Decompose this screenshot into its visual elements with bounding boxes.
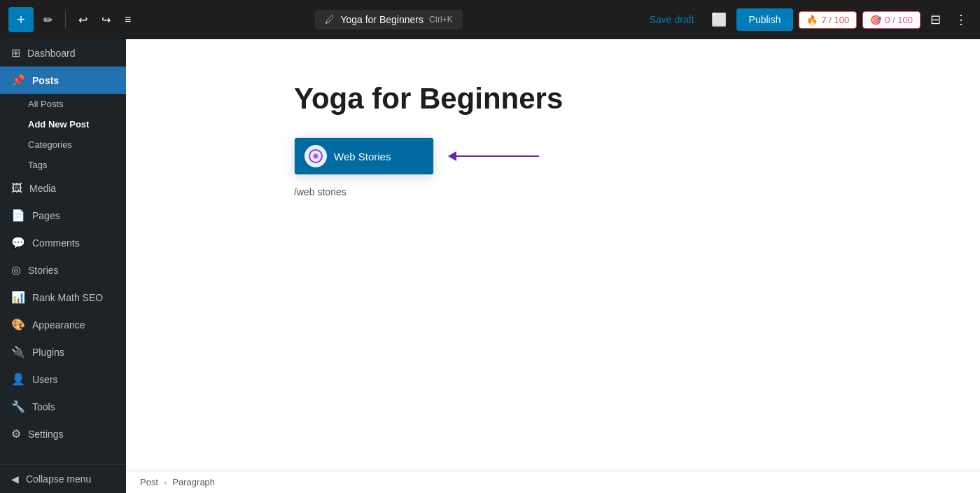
tags-label: Tags xyxy=(28,160,47,170)
post-title-pill[interactable]: 🖊 Yoga for Beginners Ctrl+K xyxy=(315,10,462,29)
sidebar-label-appearance: Appearance xyxy=(32,319,85,331)
sidebar-label-media: Media xyxy=(29,183,56,194)
plus-icon: + xyxy=(17,12,25,28)
add-block-button[interactable]: + xyxy=(8,7,34,32)
pages-icon: 📄 xyxy=(11,209,25,222)
slash-command-row: Web Stories xyxy=(294,137,812,175)
dashboard-icon: ⊞ xyxy=(11,46,20,60)
keyboard-shortcut: Ctrl+K xyxy=(429,15,453,25)
redo-button[interactable]: ↪ xyxy=(97,9,115,31)
users-icon: 👤 xyxy=(11,373,25,386)
appearance-icon: 🎨 xyxy=(11,318,25,331)
svg-point-2 xyxy=(315,155,317,158)
stories-icon: ◎ xyxy=(11,263,21,277)
publish-button[interactable]: Publish xyxy=(736,8,794,31)
categories-label: Categories xyxy=(28,139,72,150)
breadcrumb-separator: › xyxy=(164,477,167,487)
sidebar-item-rank-math[interactable]: 📊 Rank Math SEO xyxy=(0,284,126,311)
arrow-line xyxy=(455,155,539,157)
web-stories-icon xyxy=(304,145,327,167)
slash-command-dropdown[interactable]: Web Stories xyxy=(294,137,434,175)
post-title-text: Yoga for Beginners xyxy=(340,14,424,25)
sidebar-label-tools: Tools xyxy=(32,401,55,412)
rank-math-icon: 📊 xyxy=(11,291,25,304)
web-stories-label: Web Stories xyxy=(334,151,391,162)
undo-icon: ↩ xyxy=(78,13,88,27)
tools-button[interactable]: ✏ xyxy=(39,9,57,31)
editor-area: Yoga for Beginners xyxy=(126,39,980,493)
sidebar-item-settings[interactable]: ⚙ Settings xyxy=(0,420,126,447)
preview-button[interactable]: ⬜ xyxy=(707,8,731,32)
sidebar-label-plugins: Plugins xyxy=(32,347,64,358)
seo-score-badge-1[interactable]: 🔥 7 / 100 xyxy=(799,11,857,29)
seo-score-badge-2[interactable]: 🎯 0 / 100 xyxy=(862,11,920,29)
list-view-button[interactable]: ≡ xyxy=(120,9,135,30)
breadcrumb-post[interactable]: Post xyxy=(140,477,158,487)
comments-icon: 💬 xyxy=(11,236,25,249)
flame-icon: 🔥 xyxy=(806,15,818,25)
tools-wrench-icon: 🔧 xyxy=(11,400,25,413)
post-title-heading[interactable]: Yoga for Beginners xyxy=(294,81,812,116)
sidebar-sub-tags[interactable]: Tags xyxy=(0,155,126,175)
sidebar-item-plugins[interactable]: 🔌 Plugins xyxy=(0,338,126,366)
sidebar-item-appearance[interactable]: 🎨 Appearance xyxy=(0,311,126,338)
block-hint: /web stories xyxy=(294,186,812,197)
sidebar: ⊞ Dashboard 📌 Posts All Posts Add New Po… xyxy=(0,39,126,493)
posts-icon: 📌 xyxy=(11,74,25,87)
plugins-icon: 🔌 xyxy=(11,345,25,359)
sidebar-sub-categories[interactable]: Categories xyxy=(0,134,126,155)
sidebar-item-dashboard[interactable]: ⊞ Dashboard xyxy=(0,39,126,67)
bottom-bar: Post › Paragraph xyxy=(126,471,980,493)
arrow-container xyxy=(448,151,539,161)
sidebar-item-media[interactable]: 🖼 Media xyxy=(0,175,126,202)
collapse-label: Collapse menu xyxy=(26,473,91,485)
sidebar-sub-add-new[interactable]: Add New Post xyxy=(0,114,126,134)
toolbar-title-area: 🖊 Yoga for Beginners Ctrl+K xyxy=(141,10,636,29)
columns-icon: ⊟ xyxy=(930,12,941,27)
sidebar-label-settings: Settings xyxy=(28,429,64,440)
toolbar-separator-1 xyxy=(65,11,66,28)
sidebar-item-posts[interactable]: 📌 Posts xyxy=(0,67,126,94)
main-layout: ⊞ Dashboard 📌 Posts All Posts Add New Po… xyxy=(0,39,980,493)
sidebar-item-stories[interactable]: ◎ Stories xyxy=(0,256,126,284)
preview-icon: ⬜ xyxy=(711,12,727,27)
top-toolbar: + ✏ ↩ ↪ ≡ 🖊 Yoga for Beginners Ctrl+K Sa… xyxy=(0,0,980,39)
editor-content: Yoga for Beginners xyxy=(238,39,868,471)
sidebar-item-tools[interactable]: 🔧 Tools xyxy=(0,393,126,420)
redo-icon: ↪ xyxy=(102,13,111,27)
add-new-label: Add New Post xyxy=(28,119,89,130)
sidebar-item-comments[interactable]: 💬 Comments xyxy=(0,229,126,256)
list-view-icon: ≡ xyxy=(125,13,131,26)
all-posts-label: All Posts xyxy=(28,99,64,109)
seo-score-1-text: 7 / 100 xyxy=(821,15,849,25)
target-icon: 🎯 xyxy=(870,15,881,25)
sidebar-item-users[interactable]: 👤 Users xyxy=(0,366,126,393)
edit-icon: 🖊 xyxy=(325,14,335,25)
settings-icon: ⚙ xyxy=(11,427,21,440)
sidebar-item-pages[interactable]: 📄 Pages xyxy=(0,202,126,229)
sidebar-label-posts: Posts xyxy=(32,75,59,86)
save-draft-button[interactable]: Save draft xyxy=(643,10,701,29)
collapse-menu-button[interactable]: ◀ Collapse menu xyxy=(0,464,126,493)
breadcrumb-paragraph[interactable]: Paragraph xyxy=(172,477,215,487)
web-stories-option[interactable]: Web Stories xyxy=(295,138,433,174)
sidebar-label-rank-math: Rank Math SEO xyxy=(32,292,103,303)
more-options-button[interactable]: ⋮ xyxy=(951,8,972,32)
media-icon: 🖼 xyxy=(11,182,22,195)
more-icon: ⋮ xyxy=(955,12,967,27)
sidebar-label-pages: Pages xyxy=(32,210,60,221)
columns-view-button[interactable]: ⊟ xyxy=(926,8,945,32)
sidebar-label-stories: Stories xyxy=(28,265,59,276)
sidebar-label-comments: Comments xyxy=(32,237,80,249)
collapse-icon: ◀ xyxy=(11,473,19,485)
sidebar-label-users: Users xyxy=(32,374,58,385)
undo-button[interactable]: ↩ xyxy=(74,9,92,31)
sidebar-sub-all-posts[interactable]: All Posts xyxy=(0,94,126,114)
pen-icon: ✏ xyxy=(43,13,52,27)
seo-score-2-text: 0 / 100 xyxy=(885,15,913,25)
sidebar-label-dashboard: Dashboard xyxy=(27,48,76,59)
